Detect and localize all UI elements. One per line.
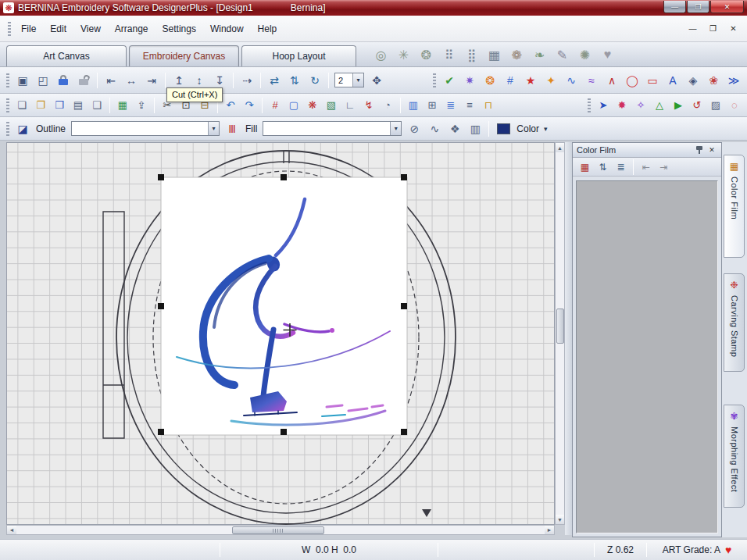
- texture-icon[interactable]: ▥: [466, 119, 484, 138]
- magic-wand-icon[interactable]: ✷: [460, 71, 479, 90]
- chevron-down-icon[interactable]: ▾: [352, 73, 363, 87]
- unlock-icon[interactable]: [74, 71, 93, 90]
- child-restore-button[interactable]: ❐: [704, 22, 722, 35]
- stitch-player-icon[interactable]: ▶: [670, 97, 687, 114]
- select-object-icon[interactable]: ➤: [595, 97, 612, 114]
- pan-transform-icon[interactable]: ✥: [367, 71, 386, 90]
- undo-icon[interactable]: ↶: [222, 97, 239, 114]
- save-design-icon[interactable]: ❒: [51, 97, 68, 114]
- stitch-count-icon[interactable]: ◔: [379, 97, 396, 114]
- dot-block-motif-icon[interactable]: ⣿: [461, 45, 482, 65]
- wave-fill-icon[interactable]: ✦: [541, 71, 560, 90]
- stitch-angle-icon[interactable]: ∿: [425, 119, 444, 138]
- color-film-list[interactable]: [576, 180, 718, 533]
- show-pictures-icon[interactable]: ▧: [323, 97, 340, 114]
- print-icon[interactable]: ▤: [70, 97, 87, 114]
- show-artwork-icon[interactable]: ❋: [304, 97, 321, 114]
- selection-handle[interactable]: [401, 303, 407, 309]
- close-button[interactable]: ✕: [710, 1, 744, 13]
- menu-help[interactable]: Help: [251, 21, 284, 37]
- panel-splitter[interactable]: [565, 142, 572, 535]
- chevron-down-icon[interactable]: ▾: [208, 122, 219, 135]
- color-film-toggle-icon[interactable]: ▥: [405, 97, 422, 114]
- monogram-icon[interactable]: ◈: [684, 71, 702, 90]
- tab-carving-stamp[interactable]: ❉ Carving Stamp: [724, 273, 745, 372]
- vertical-scrollbar[interactable]: ▲ ▼: [555, 142, 565, 525]
- scroll-down-button[interactable]: ▼: [556, 515, 564, 524]
- current-color-swatch[interactable]: [497, 123, 510, 134]
- scroll-right-button[interactable]: ►: [545, 526, 554, 534]
- zigzag-fill-icon[interactable]: ∧: [602, 71, 621, 90]
- scroll-left-button[interactable]: ◄: [7, 526, 16, 534]
- group-icon[interactable]: ▣: [13, 71, 32, 90]
- menu-arrange[interactable]: Arrange: [108, 21, 155, 37]
- measure-icon[interactable]: ∟: [341, 97, 359, 114]
- menu-edit[interactable]: Edit: [43, 21, 73, 37]
- star-fill-icon[interactable]: ★: [521, 71, 540, 90]
- insert-artwork-icon[interactable]: ▦: [114, 97, 131, 114]
- medallion-motif-icon[interactable]: ❂: [416, 45, 437, 65]
- polygon-select-icon[interactable]: ✸: [613, 97, 631, 114]
- horizontal-scroll-thumb[interactable]: [232, 526, 324, 534]
- morphing-effect-tab-icon[interactable]: ✾: [727, 409, 742, 423]
- resequence-icon[interactable]: ⇅: [595, 159, 611, 174]
- portfolio-icon[interactable]: ⊓: [480, 97, 497, 114]
- maximize-button[interactable]: ❐: [687, 1, 709, 13]
- kaleidoscope-icon[interactable]: ▨: [707, 97, 724, 114]
- fill-combo[interactable]: ▾: [263, 121, 402, 136]
- object-properties-icon[interactable]: ≣: [442, 97, 459, 114]
- design-bounds[interactable]: [161, 177, 407, 435]
- mirror-merge-icon[interactable]: ↺: [688, 97, 706, 114]
- child-close-button[interactable]: ✕: [724, 22, 742, 35]
- tab-embroidery-canvas[interactable]: Embroidery Canvas: [129, 45, 239, 66]
- space-evenly-icon[interactable]: ⇢: [238, 71, 256, 90]
- chevron-down-icon[interactable]: ▾: [544, 125, 548, 133]
- heart-motif-icon[interactable]: ♥: [597, 45, 618, 65]
- align-middle-icon[interactable]: ↕: [190, 71, 209, 90]
- ellipse-tool-icon[interactable]: ◯: [623, 71, 642, 90]
- pin-icon[interactable]: [694, 144, 705, 155]
- rotate-icon[interactable]: ↻: [306, 71, 324, 90]
- sequence-list-icon[interactable]: ≣: [613, 159, 629, 174]
- mirror-horizontal-icon[interactable]: ⇄: [265, 71, 284, 90]
- scroll-up-button[interactable]: ▲: [556, 143, 564, 152]
- vertical-scroll-thumb[interactable]: [556, 309, 564, 344]
- redo-icon[interactable]: ↷: [241, 97, 258, 114]
- rectangle-tool-icon[interactable]: ▭: [643, 71, 662, 90]
- selection-handle[interactable]: [281, 429, 287, 435]
- tab-morphing-effect[interactable]: ✾ Morphing Effect: [724, 405, 745, 508]
- align-bottom-icon[interactable]: ↧: [210, 71, 229, 90]
- lock-icon[interactable]: [54, 71, 73, 90]
- mirror-vertical-icon[interactable]: ⇅: [285, 71, 304, 90]
- dot-grid-motif-icon[interactable]: ⠿: [438, 45, 459, 65]
- carving-stamp-tab-icon[interactable]: ❉: [727, 278, 742, 292]
- photosnap-icon[interactable]: ❀: [704, 71, 723, 90]
- horizontal-scrollbar[interactable]: ◄ ►: [6, 525, 555, 535]
- selection-handle[interactable]: [158, 429, 164, 435]
- no-fill-icon[interactable]: ⊘: [405, 119, 424, 138]
- selection-handle[interactable]: [281, 174, 287, 180]
- show-stitches-icon[interactable]: ↯: [360, 97, 377, 114]
- lattice-icon[interactable]: #: [501, 71, 520, 90]
- fill-type-icon[interactable]: Ⅲ: [223, 119, 241, 138]
- selection-handle[interactable]: [158, 303, 164, 309]
- ungroup-icon[interactable]: ◰: [34, 71, 52, 90]
- selection-handle[interactable]: [401, 429, 407, 435]
- align-left-icon[interactable]: ⇤: [102, 71, 120, 90]
- color-film-tab-icon[interactable]: ▦: [727, 159, 742, 173]
- minimize-button[interactable]: —: [663, 1, 686, 13]
- child-minimize-button[interactable]: —: [684, 22, 702, 35]
- needle-motif-icon[interactable]: ✎: [552, 45, 573, 65]
- align-top-icon[interactable]: ↥: [170, 71, 188, 90]
- ripple-fill-icon[interactable]: ∿: [562, 71, 581, 90]
- align-right-icon[interactable]: ⇥: [142, 71, 161, 90]
- back-icon[interactable]: ⇤: [638, 159, 654, 174]
- open-design-icon[interactable]: ❐: [32, 97, 49, 114]
- design-properties-icon[interactable]: ≡: [461, 97, 478, 114]
- overview-window-icon[interactable]: ⊞: [424, 97, 441, 114]
- knot-motif-icon[interactable]: ✳: [393, 45, 414, 65]
- new-design-icon[interactable]: ❏: [13, 97, 30, 114]
- print-preview-icon[interactable]: ❑: [88, 97, 105, 114]
- tab-color-film[interactable]: ▦ Color Film: [724, 155, 745, 258]
- align-center-icon[interactable]: ↔: [122, 71, 141, 90]
